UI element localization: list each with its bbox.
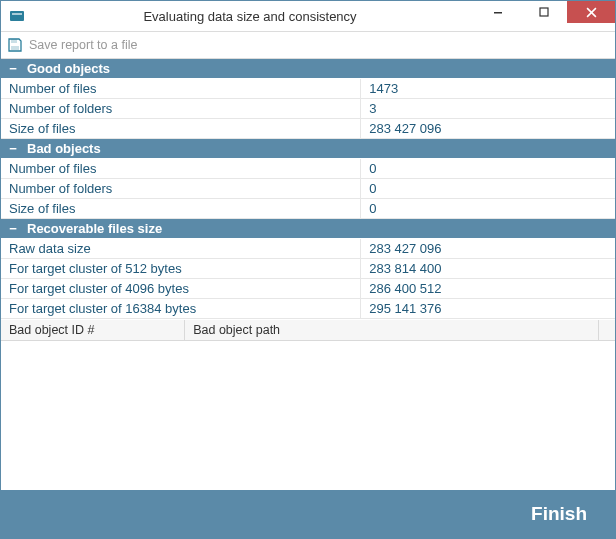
column-header-id[interactable]: Bad object ID #	[1, 320, 185, 340]
collapse-icon: −	[7, 61, 19, 76]
row-value: 283 427 096	[360, 119, 615, 138]
section-header-bad[interactable]: − Bad objects	[1, 139, 615, 159]
row-value: 1473	[360, 79, 615, 98]
column-header-path[interactable]: Bad object path	[185, 320, 599, 340]
row-label: Number of files	[1, 79, 360, 98]
window-controls	[475, 1, 615, 31]
section-header-good[interactable]: − Good objects	[1, 59, 615, 79]
bad-objects-grid-header: Bad object ID # Bad object path	[1, 319, 615, 341]
svg-rect-3	[540, 8, 548, 16]
row-value: 295 141 376	[360, 299, 615, 318]
row-value: 283 814 400	[360, 259, 615, 278]
row-bad-size: Size of files 0	[1, 199, 615, 219]
row-value: 0	[360, 199, 615, 218]
row-raw-size: Raw data size 283 427 096	[1, 239, 615, 259]
row-value: 0	[360, 159, 615, 178]
svg-rect-1	[12, 13, 22, 15]
section-header-recoverable[interactable]: − Recoverable files size	[1, 219, 615, 239]
window-title: Evaluating data size and consistency	[25, 9, 475, 24]
svg-rect-2	[494, 12, 502, 14]
svg-rect-5	[11, 46, 19, 50]
row-label: For target cluster of 16384 bytes	[1, 299, 360, 318]
row-label: Number of files	[1, 159, 360, 178]
footer-bar: Finish	[1, 490, 615, 538]
row-label: For target cluster of 4096 bytes	[1, 279, 360, 298]
section-title: Recoverable files size	[27, 221, 162, 236]
collapse-icon: −	[7, 141, 19, 156]
row-label: Size of files	[1, 119, 360, 138]
row-value: 286 400 512	[360, 279, 615, 298]
bad-objects-grid-body	[1, 341, 615, 490]
row-bad-folders: Number of folders 0	[1, 179, 615, 199]
column-header-spacer	[599, 320, 615, 340]
close-button[interactable]	[567, 1, 615, 23]
section-title: Bad objects	[27, 141, 101, 156]
row-good-folders: Number of folders 3	[1, 99, 615, 119]
row-bad-files: Number of files 0	[1, 159, 615, 179]
minimize-button[interactable]	[475, 1, 521, 23]
maximize-button[interactable]	[521, 1, 567, 23]
content-area: − Good objects Number of files 1473 Numb…	[1, 59, 615, 490]
titlebar: Evaluating data size and consistency	[1, 1, 615, 31]
finish-button[interactable]: Finish	[531, 503, 587, 525]
section-title: Good objects	[27, 61, 110, 76]
app-icon	[9, 8, 25, 24]
row-label: Number of folders	[1, 179, 360, 198]
collapse-icon: −	[7, 221, 19, 236]
save-report-button[interactable]: Save report to a file	[29, 38, 137, 52]
row-value: 0	[360, 179, 615, 198]
row-label: For target cluster of 512 bytes	[1, 259, 360, 278]
row-label: Size of files	[1, 199, 360, 218]
row-cluster-4096: For target cluster of 4096 bytes 286 400…	[1, 279, 615, 299]
dialog-window: Evaluating data size and consistency Sav…	[0, 0, 616, 539]
row-good-files: Number of files 1473	[1, 79, 615, 99]
row-label: Number of folders	[1, 99, 360, 118]
row-cluster-16384: For target cluster of 16384 bytes 295 14…	[1, 299, 615, 319]
row-value: 283 427 096	[360, 239, 615, 258]
save-icon[interactable]	[7, 37, 23, 53]
svg-rect-4	[11, 39, 17, 43]
row-good-size: Size of files 283 427 096	[1, 119, 615, 139]
row-cluster-512: For target cluster of 512 bytes 283 814 …	[1, 259, 615, 279]
row-label: Raw data size	[1, 239, 360, 258]
toolbar: Save report to a file	[1, 31, 615, 59]
svg-rect-0	[10, 11, 24, 21]
row-value: 3	[360, 99, 615, 118]
